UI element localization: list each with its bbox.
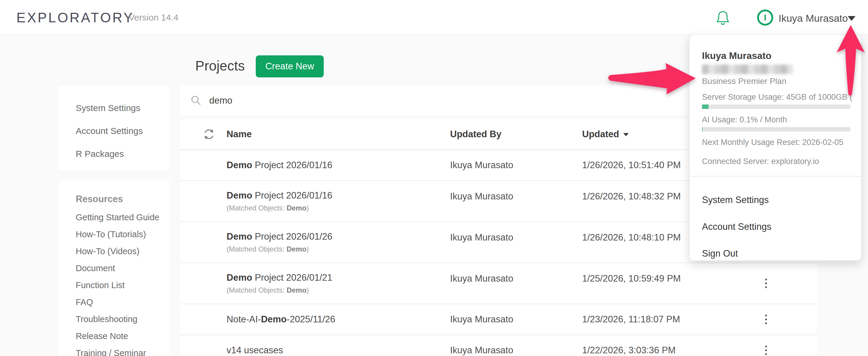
sidebar-item[interactable]: How-To (Videos) (58, 243, 169, 260)
sidebar-item[interactable]: R Packages (58, 142, 169, 165)
app-logo: EXPLORATORY (17, 9, 134, 26)
project-name-cell: Demo Project 2026/01/21 (Matched Objects… (226, 272, 332, 294)
updated-timestamp-cell: 1/22/2026, 3:03:36 PM (582, 345, 676, 356)
updated-timestamp-cell: 1/26/2026, 10:48:10 PM (582, 232, 681, 243)
refresh-icon[interactable] (202, 128, 216, 141)
dropdown-menu-item[interactable]: Sign Out (689, 240, 861, 267)
user-name-label[interactable]: Ikuya Murasato (779, 12, 848, 24)
sidebar-settings-card: System SettingsAccount SettingsR Package… (58, 86, 169, 170)
connected-server-label: Connected Server: exploratory.io (702, 157, 852, 166)
dropdown-divider (689, 176, 861, 177)
matched-objects-note: (Matched Objects: Demo) (226, 286, 332, 294)
updated-timestamp-cell: 1/26/2026, 10:51:40 PM (582, 160, 681, 171)
usage-reset-label: Next Monthly Usage Reset: 2026-02-05 (702, 138, 852, 147)
project-name: Demo Project 2026/01/16 (226, 160, 332, 171)
resources-title: Resources (58, 189, 169, 209)
ai-usage-bar (702, 127, 850, 132)
dropdown-menu-item[interactable]: Account Settings (689, 213, 861, 240)
matched-objects-note: (Matched Objects: Demo) (226, 204, 332, 212)
ai-usage-label: AI Usage: 0.1% / Month (702, 115, 852, 124)
project-name-cell: Demo Project 2026/01/26 (Matched Objects… (226, 231, 332, 253)
sidebar-item[interactable]: Release Note (58, 328, 169, 345)
page-title: Projects (195, 58, 245, 74)
app-screen: EXPLORATORY Version 14.4 I Ikuya Murasat… (0, 0, 868, 356)
updated-timestamp-cell: 1/25/2026, 10:59:49 PM (582, 273, 681, 284)
sidebar-item[interactable]: Account Settings (58, 119, 169, 142)
sidebar-item[interactable]: How-To (Tutorials) (58, 226, 169, 243)
project-name-cell: Demo Project 2026/01/16 (226, 160, 332, 171)
row-actions-kebab-icon[interactable] (760, 277, 772, 290)
table-row[interactable]: Demo Project 2026/01/21 (Matched Objects… (180, 263, 817, 304)
updated-by-cell: Ikuya Murasato (450, 273, 513, 284)
app-version: Version 14.4 (129, 12, 179, 23)
blurred-email (702, 65, 793, 74)
project-name-cell: v14 usecases (226, 345, 283, 356)
column-header-name[interactable]: Name (226, 129, 252, 140)
project-name: Demo Project 2026/01/16 (226, 190, 332, 201)
updated-by-cell: Ikuya Murasato (450, 160, 513, 171)
resources-list: Getting Started GuideHow-To (Tutorials)H… (58, 209, 169, 356)
top-bar: EXPLORATORY Version 14.4 I Ikuya Murasat… (0, 0, 868, 35)
sidebar-item[interactable]: Getting Started Guide (58, 209, 169, 226)
updated-timestamp-cell: 1/23/2026, 11:18:07 PM (582, 314, 680, 325)
project-name: Demo Project 2026/01/21 (226, 272, 332, 283)
project-name: v14 usecases (226, 345, 283, 356)
sidebar-item[interactable]: System Settings (58, 97, 169, 119)
storage-usage-label: Server Storage Usage: 45GB of 1000GB (To… (702, 93, 852, 102)
sidebar-resources-card: Resources Getting Started GuideHow-To (T… (58, 180, 169, 356)
sidebar-item[interactable]: FAQ (58, 294, 169, 311)
sidebar-item[interactable]: Function List (58, 277, 169, 294)
sidebar-item[interactable]: Troubleshooting (58, 311, 169, 328)
updated-timestamp-cell: 1/26/2026, 10:48:32 PM (582, 191, 681, 202)
updated-by-cell: Ikuya Murasato (450, 345, 513, 356)
column-header-updated[interactable]: Updated (582, 129, 629, 140)
project-name: Note-AI-Demo-2025/11/26 (226, 314, 335, 325)
dropdown-menu-item[interactable]: System Settings (689, 187, 861, 213)
user-menu-caret-icon[interactable] (848, 16, 856, 21)
row-actions-kebab-icon[interactable] (760, 313, 772, 326)
user-avatar[interactable]: I (757, 9, 773, 26)
matched-objects-note: (Matched Objects: Demo) (226, 245, 332, 253)
dropdown-user-name: Ikuya Murasato (702, 50, 771, 61)
updated-by-cell: Ikuya Murasato (450, 191, 513, 202)
updated-by-cell: Ikuya Murasato (450, 314, 513, 325)
project-name-cell: Demo Project 2026/01/16 (Matched Objects… (226, 190, 332, 212)
updated-by-cell: Ikuya Murasato (450, 232, 513, 243)
ai-usage-fill (702, 127, 703, 132)
sidebar-item[interactable]: Training / Seminar (58, 345, 169, 356)
storage-usage-fill (702, 104, 709, 109)
project-name-cell: Note-AI-Demo-2025/11/26 (226, 314, 335, 325)
plan-label: Business Premier Plan (702, 76, 852, 86)
column-header-updated-by[interactable]: Updated By (450, 129, 501, 140)
create-new-button[interactable]: Create New (256, 56, 324, 77)
sort-desc-caret-icon (623, 133, 629, 136)
table-row[interactable]: v14 usecases Ikuya Murasato 1/22/2026, 3… (180, 335, 817, 356)
sidebar-item[interactable]: Document (58, 260, 169, 277)
search-icon (190, 94, 203, 107)
avatar-letter: I (764, 12, 766, 23)
row-actions-kebab-icon[interactable] (760, 344, 772, 356)
storage-usage-bar (702, 104, 850, 109)
project-name: Demo Project 2026/01/26 (226, 231, 332, 242)
dropdown-menu-items: System SettingsAccount SettingsSign Out (689, 187, 861, 267)
table-row[interactable]: Note-AI-Demo-2025/11/26 Ikuya Murasato 1… (180, 304, 817, 335)
notifications-bell-icon[interactable] (715, 10, 730, 27)
user-dropdown-panel: Ikuya Murasato Business Premier Plan Ser… (689, 35, 862, 261)
